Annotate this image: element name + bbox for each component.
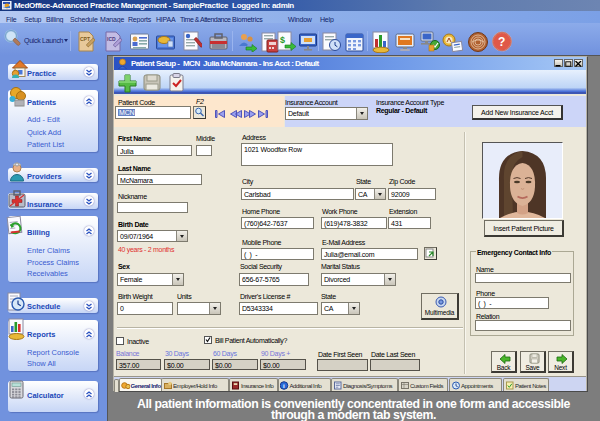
svg-text:?: ?	[498, 35, 505, 49]
svg-text:CPT: CPT	[80, 36, 90, 42]
svg-text:ICD: ICD	[107, 36, 116, 42]
svg-text:$: $	[280, 35, 285, 45]
